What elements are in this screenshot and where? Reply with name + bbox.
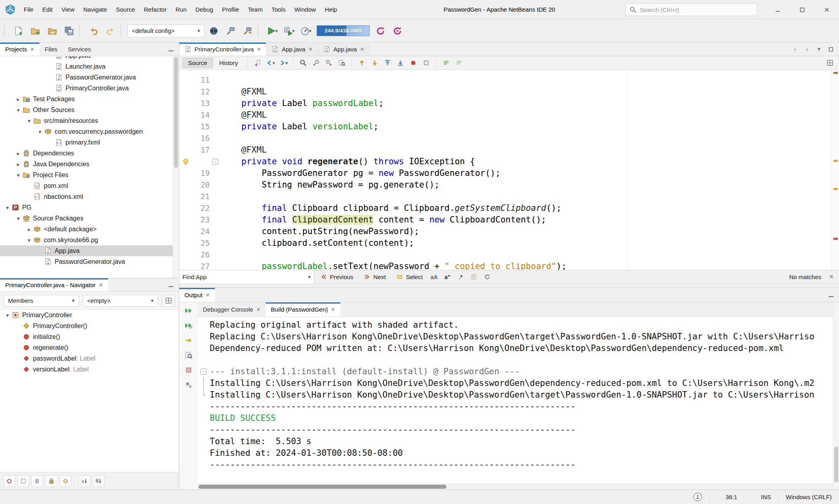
- maximize-editor-button[interactable]: [825, 44, 837, 55]
- tree-item-com-vescurrency-passwordgen[interactable]: ▾com.vescurrency.passwordgen: [0, 126, 179, 137]
- find-next-occurrence-button[interactable]: [323, 57, 335, 69]
- tree-item-default-package[interactable]: ▸<default package>: [0, 224, 179, 235]
- tree-item-pom-xml[interactable]: pom.xml: [0, 180, 179, 191]
- save-all-button[interactable]: [61, 23, 77, 39]
- fully-qualified-button[interactable]: [59, 475, 72, 487]
- insert-mode[interactable]: INS: [753, 490, 778, 504]
- collapse-arrow-icon[interactable]: ▾: [36, 129, 44, 135]
- error-stripe-mark[interactable]: [833, 238, 838, 240]
- tree-item-primary-fxml[interactable]: primary.fxml: [0, 137, 179, 148]
- close-icon[interactable]: ×: [309, 46, 313, 53]
- find-next-button[interactable]: Next: [359, 272, 390, 282]
- menu-run[interactable]: Run: [171, 0, 191, 19]
- members-filter-select[interactable]: Members ▾: [4, 295, 79, 307]
- close-icon[interactable]: ×: [206, 292, 210, 298]
- toolbar-grip[interactable]: [121, 25, 124, 37]
- open-project-button[interactable]: [45, 23, 60, 39]
- toggle-breakpoint-button[interactable]: [407, 57, 419, 69]
- scope-filter-select[interactable]: <empty> ▾: [83, 295, 158, 307]
- close-icon[interactable]: ×: [257, 46, 261, 53]
- collapse-arrow-icon[interactable]: ▾: [14, 107, 23, 113]
- show-fields-button[interactable]: [17, 475, 29, 487]
- code-line-12[interactable]: 12 @FXML: [179, 86, 831, 98]
- editor-tab-app-java[interactable]: App.java×: [318, 43, 370, 56]
- menu-tools[interactable]: Tools: [267, 0, 290, 19]
- code-line-23[interactable]: 23 final ClipboardContent content = new …: [179, 214, 831, 226]
- tree-item-passwordgenerator-java[interactable]: PasswordGenerator.java: [0, 72, 179, 83]
- show-inherited-button[interactable]: [3, 475, 15, 487]
- tree-item-other-sources[interactable]: ▾Other Sources: [0, 104, 179, 115]
- code-line-20[interactable]: 20 String newPassword = pg.generate();: [179, 179, 831, 191]
- tree-item-initialize[interactable]: initialize(): [0, 331, 179, 342]
- expand-arrow-icon[interactable]: ▸: [14, 150, 23, 157]
- tree-item-source-packages[interactable]: ▾Source Packages: [0, 213, 179, 224]
- minimize-panel-button[interactable]: [163, 43, 179, 56]
- next-bookmark-button[interactable]: [369, 57, 381, 69]
- sort-by-source-button[interactable]: [92, 475, 104, 487]
- find-combobox[interactable]: Find:App ▾: [179, 270, 314, 284]
- collapse-arrow-icon[interactable]: ▾: [3, 204, 12, 211]
- menu-team[interactable]: Team: [244, 0, 267, 19]
- code-line-19[interactable]: 19 PasswordGenerator pg = new PasswordGe…: [179, 167, 831, 179]
- toolbar-grip[interactable]: [258, 25, 261, 37]
- close-icon[interactable]: ×: [256, 306, 260, 313]
- menu-help[interactable]: Help: [320, 0, 342, 19]
- scroll-tabs-left-button[interactable]: ‹: [789, 44, 800, 55]
- line-ending[interactable]: Windows (CRLF): [778, 490, 839, 504]
- code-line-26[interactable]: 26: [179, 249, 831, 261]
- menu-navigate[interactable]: Navigate: [79, 0, 111, 19]
- build-project-button[interactable]: [223, 23, 238, 39]
- resume-button[interactable]: [182, 334, 195, 346]
- build-settings-button[interactable]: [182, 379, 195, 391]
- new-file-button[interactable]: [11, 23, 26, 39]
- tab-list-dropdown-button[interactable]: ▾: [813, 44, 825, 55]
- tab-projects[interactable]: Projects×: [0, 43, 39, 56]
- connect-button[interactable]: [206, 23, 221, 39]
- debug-project-button[interactable]: ▾: [281, 23, 297, 39]
- scrollbar-thumb[interactable]: [834, 447, 838, 482]
- projects-scrollbar[interactable]: [173, 56, 179, 278]
- profile-point-button[interactable]: [420, 57, 432, 69]
- clean-build-button[interactable]: [240, 23, 255, 39]
- code-line-11[interactable]: 11: [179, 74, 831, 86]
- highlight-results-button[interactable]: [468, 271, 480, 283]
- tab-navigator[interactable]: PrimaryController.java - Navigator ×: [0, 278, 108, 292]
- code-line-24[interactable]: 24 content.putString(newPassword);: [179, 226, 831, 237]
- code-editor[interactable]: 1112 @FXML13 private Label passwordLabel…: [179, 70, 839, 270]
- whole-word-button[interactable]: a": [441, 271, 454, 283]
- expand-arrow-icon[interactable]: ▸: [14, 161, 23, 167]
- sort-by-name-button[interactable]: a: [78, 475, 90, 487]
- undo-button[interactable]: [86, 23, 101, 39]
- memory-indicator[interactable]: 244.9/438.0MB: [317, 25, 370, 36]
- collapse-arrow-icon[interactable]: ▾: [25, 237, 33, 243]
- chevron-down-icon[interactable]: ▾: [305, 274, 311, 280]
- code-line-22[interactable]: 22 final Clipboard clipboard = Clipboard…: [179, 202, 831, 214]
- scroll-tabs-right-button[interactable]: ›: [801, 44, 812, 55]
- error-stripe-mark[interactable]: [833, 160, 838, 162]
- menu-view[interactable]: View: [57, 0, 79, 19]
- code-line-13[interactable]: 13 private Label passwordLabel;: [179, 98, 831, 109]
- tree-item-nbactions-xml[interactable]: nbactions.xml: [0, 191, 179, 202]
- select-in-projects-button[interactable]: [336, 57, 348, 69]
- code-line-14[interactable]: 14 @FXML: [179, 109, 831, 121]
- fold-collapse-icon[interactable]: -: [201, 369, 207, 375]
- minimize-panel-button[interactable]: [823, 288, 839, 302]
- jump-last-edit-button[interactable]: [252, 57, 263, 69]
- scrollbar-thumb[interactable]: [174, 57, 178, 168]
- run-project-button[interactable]: ▾: [264, 23, 280, 39]
- move-up-button[interactable]: [382, 57, 393, 69]
- find-select-button[interactable]: Select: [392, 272, 427, 282]
- stop-build-button[interactable]: [182, 364, 195, 376]
- tree-item-com-skyroute66-pg[interactable]: ▾com.skyroute66.pg: [0, 235, 179, 245]
- tree-item-src-main-resources[interactable]: ▾src/main/resources: [0, 115, 179, 126]
- code-line-21[interactable]: 21: [179, 191, 831, 202]
- collapse-arrow-icon[interactable]: ▾: [3, 312, 12, 318]
- tab-debugger-console[interactable]: Debugger Console×: [198, 302, 266, 316]
- scrollbar-thumb[interactable]: [198, 485, 446, 489]
- comment-button[interactable]: [440, 57, 452, 69]
- editor-tab-app-java[interactable]: App.java×: [266, 43, 318, 56]
- minimize-button[interactable]: [765, 0, 790, 19]
- find-selection-button[interactable]: [297, 57, 309, 69]
- previous-bookmark-button[interactable]: [356, 57, 368, 69]
- profile-project-button[interactable]: ▾: [298, 23, 313, 39]
